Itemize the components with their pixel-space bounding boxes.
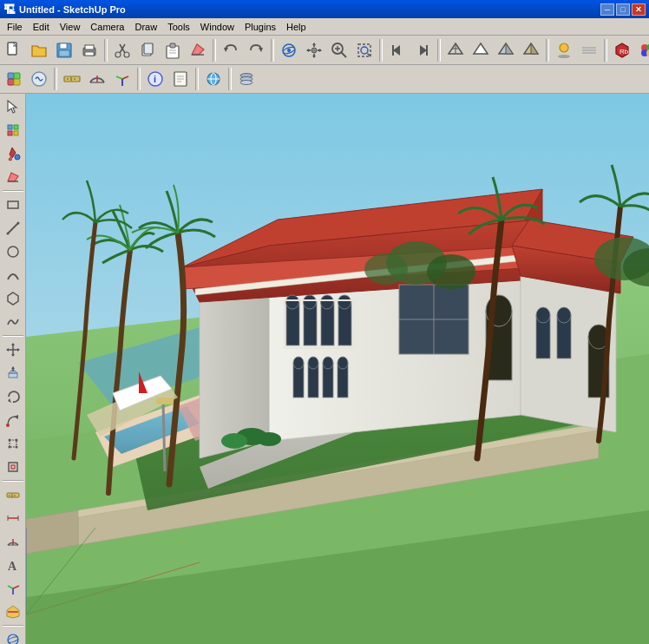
separator-1 [104,39,108,62]
menu-view[interactable]: View [55,19,86,35]
title-bar: 🏗 Untitled - SketchUp Pro ─ □ ✕ [0,0,649,18]
menu-file[interactable]: File [2,19,28,35]
left-sep-2 [3,335,23,337]
svg-point-46 [560,43,568,52]
minimize-button[interactable]: ─ [600,3,614,16]
hiddenline-button[interactable] [469,38,493,62]
svg-rect-37 [426,45,428,56]
zoom-button[interactable] [327,38,351,62]
zoom-extents-button[interactable] [352,38,377,62]
polygon-tool-button[interactable] [2,287,24,310]
cut-button[interactable] [110,38,134,62]
svg-marker-15 [192,44,204,55]
wireframe-button[interactable] [443,38,468,62]
circle-tool-button[interactable] [2,240,24,263]
pan-button[interactable] [302,38,326,62]
menu-window[interactable]: Window [195,19,239,35]
separator-t2-2 [137,68,141,90]
line-tool-button[interactable] [2,217,24,240]
window-controls: ─ □ ✕ [600,3,646,16]
move-tool-button[interactable] [2,338,24,361]
model-info-button[interactable]: i [143,67,167,91]
svg-line-125 [13,586,19,588]
menu-edit[interactable]: Edit [28,19,55,35]
dimension-tool-button[interactable] [2,507,24,529]
tape-measure-button[interactable] [60,67,84,91]
svg-marker-43 [506,43,513,54]
svg-rect-57 [8,73,14,79]
svg-point-111 [8,446,10,449]
svg-text:A: A [8,560,17,573]
paint-bucket-button[interactable] [2,142,24,165]
protractor-button[interactable] [85,67,109,91]
scene-svg [26,94,649,644]
follow-me-button[interactable] [2,409,24,431]
components-button[interactable] [2,67,26,91]
push-pull-button[interactable] [2,362,24,384]
fog-button[interactable] [577,38,601,62]
orbit-left-button[interactable] [2,628,24,644]
layers-button[interactable] [234,67,259,91]
menu-draw[interactable]: Draw [129,19,162,35]
axes-left-button[interactable] [2,577,24,600]
print-button[interactable] [77,38,102,62]
svg-point-82 [240,81,252,85]
menu-tools[interactable]: Tools [162,19,195,35]
left-toolbar: A [0,94,26,644]
orbit-button[interactable] [277,38,301,62]
entity-info-button[interactable] [168,67,193,91]
next-view-button[interactable] [410,38,435,62]
shadows-button[interactable] [552,38,576,62]
material-browser-button[interactable] [635,38,649,62]
svg-rect-5 [85,45,94,49]
rectangle-tool-button[interactable] [2,194,24,216]
svg-rect-10 [144,43,153,54]
copy-button[interactable] [135,38,160,62]
save-button[interactable] [52,38,76,62]
make-component-button[interactable] [2,119,24,141]
open-button[interactable] [27,38,51,62]
svg-marker-24 [312,56,316,58]
menu-plugins[interactable]: Plugins [239,19,281,35]
svg-point-95 [8,246,18,257]
menu-help[interactable]: Help [281,19,311,35]
rotate-tool-button[interactable] [2,385,24,408]
svg-point-107 [6,424,10,427]
eraser-tool-button[interactable] [2,166,24,188]
arc-tool-button[interactable] [2,264,24,286]
shaded-button[interactable] [494,38,518,62]
styles-button[interactable] [27,67,51,91]
axes-button[interactable] [110,67,134,91]
offset-tool-button[interactable] [2,456,24,478]
select-tool-button[interactable] [2,95,24,118]
svg-point-7 [115,52,121,57]
geo-location-button[interactable] [201,67,226,91]
redo-button[interactable] [244,38,268,62]
svg-marker-18 [259,48,263,52]
ruby-console-button[interactable]: Rb [610,38,634,62]
3d-viewport[interactable] [26,94,649,644]
close-button[interactable]: ✕ [632,3,646,16]
separator-2 [213,39,216,62]
text-tool-button[interactable]: A [2,554,24,576]
svg-point-210 [257,432,281,446]
protractor-left-button[interactable] [2,530,24,553]
svg-line-28 [342,52,347,57]
erase-button[interactable] [186,38,210,62]
tape-measure-left-button[interactable] [2,483,24,506]
svg-rect-84 [8,125,12,129]
scale-tool-button[interactable] [2,432,24,455]
svg-point-200 [536,307,550,323]
svg-point-47 [558,55,570,58]
undo-button[interactable] [219,38,243,62]
menu-bar: File Edit View Camera Draw Tools Window … [0,18,649,36]
section-plane-button[interactable] [2,601,24,623]
textured-button[interactable] [519,38,543,62]
new-button[interactable] [2,38,26,62]
prev-view-button[interactable] [385,38,410,62]
freehand-tool-button[interactable] [2,311,24,333]
maximize-button[interactable]: □ [616,3,630,16]
paste-button[interactable] [161,38,185,62]
svg-marker-25 [306,49,309,52]
menu-camera[interactable]: Camera [85,19,129,35]
